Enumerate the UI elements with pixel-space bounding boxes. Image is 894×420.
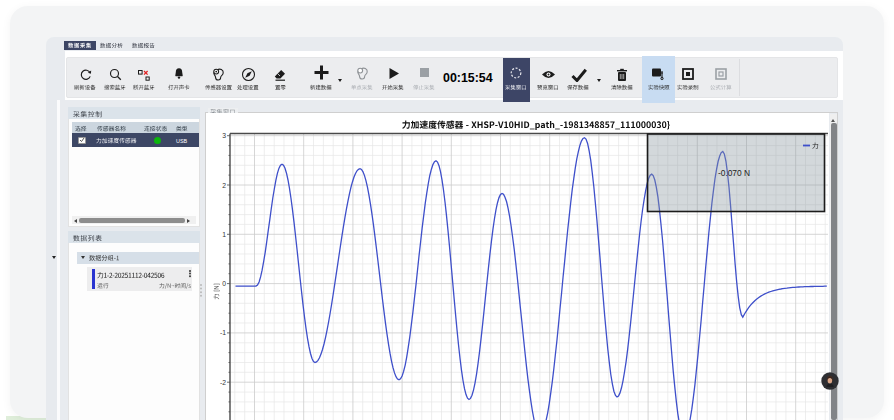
svg-text:0: 0 xyxy=(222,280,226,287)
svg-text:1: 1 xyxy=(222,230,226,237)
svg-text:3: 3 xyxy=(222,132,226,139)
svg-text:-1: -1 xyxy=(220,329,226,336)
svg-text:2: 2 xyxy=(222,181,226,188)
svg-text:-0.070 N: -0.070 N xyxy=(718,168,750,178)
svg-text:-2: -2 xyxy=(220,378,226,385)
